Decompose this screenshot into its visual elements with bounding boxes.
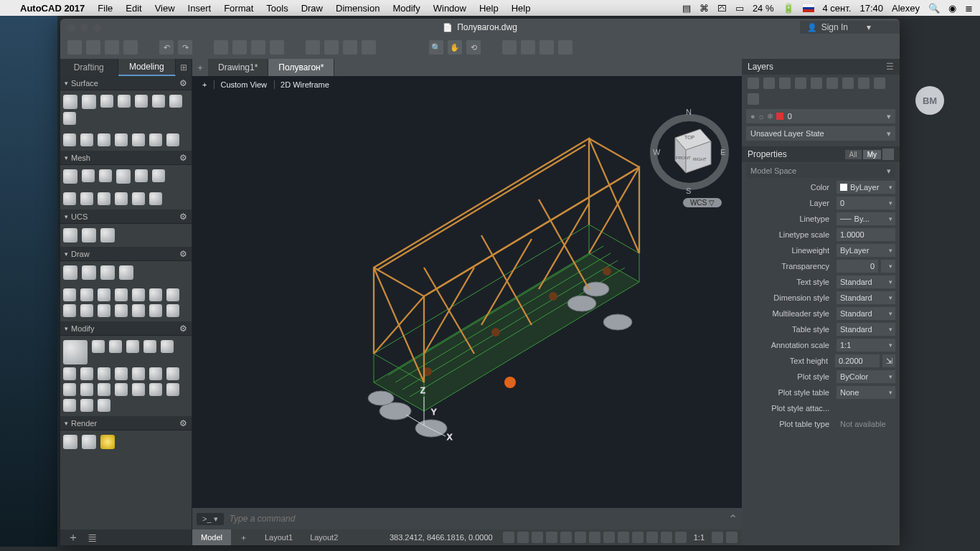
siri-icon[interactable]: ◉	[948, 3, 956, 14]
input-flag-icon[interactable]	[803, 4, 814, 12]
tool-icon[interactable]	[109, 340, 122, 353]
section-mesh[interactable]: Mesh⚙	[60, 151, 192, 165]
tool-icon[interactable]	[166, 383, 179, 396]
doc-tab-active[interactable]: Полувагон*	[268, 59, 334, 76]
tool-icon[interactable]	[132, 367, 145, 380]
copy-icon[interactable]	[324, 40, 339, 55]
menu-modify[interactable]: Modify	[392, 3, 420, 14]
open-icon[interactable]	[86, 40, 100, 55]
layer-tool-icon[interactable]	[811, 77, 822, 89]
menu-window[interactable]: Window	[433, 3, 466, 14]
tool-icon[interactable]	[63, 95, 77, 109]
tool-icon[interactable]	[63, 133, 76, 146]
tool-icon[interactable]	[115, 304, 128, 317]
tool-icon[interactable]	[98, 367, 110, 380]
pan-icon[interactable]: ✋	[448, 40, 462, 55]
tool-icon[interactable]	[149, 133, 162, 146]
layer-state-select[interactable]: Unsaved Layer State	[746, 126, 895, 141]
status-icon[interactable]	[618, 532, 629, 543]
prop-textheight[interactable]: 0.2000	[835, 354, 880, 367]
tool-icon[interactable]	[132, 192, 145, 205]
tool-icon[interactable]	[80, 192, 93, 205]
menu-file[interactable]: File	[98, 3, 113, 14]
paste-icon[interactable]	[343, 40, 357, 55]
menu-edit[interactable]: Edit	[126, 3, 141, 14]
tool-icon[interactable]	[63, 383, 76, 396]
tool-icon[interactable]	[169, 95, 182, 108]
spotlight-icon[interactable]: 🔍	[928, 3, 940, 14]
menu-dimension[interactable]: Dimension	[336, 3, 380, 14]
tool-icon[interactable]	[82, 265, 96, 280]
redo-icon[interactable]: ↷	[178, 40, 192, 55]
menu-format[interactable]: Format	[224, 3, 253, 14]
tool-icon[interactable]	[80, 288, 93, 301]
palette-grid-icon[interactable]: ⊞	[176, 59, 192, 76]
prop-annoscale[interactable]: 1:1	[837, 339, 895, 352]
tool-icon[interactable]	[80, 399, 93, 412]
tool-icon[interactable]	[149, 288, 162, 301]
new-icon[interactable]	[67, 40, 82, 55]
layer-tool-icon[interactable]	[826, 77, 838, 89]
tool-icon[interactable]	[100, 435, 115, 449]
menu-help[interactable]: Help	[479, 3, 499, 14]
gear-icon[interactable]: ⚙	[179, 212, 187, 222]
print-icon[interactable]	[214, 40, 228, 55]
tool-icon[interactable]	[82, 228, 96, 242]
menu-tools[interactable]: Tools	[266, 3, 288, 14]
prop-transparency[interactable]: 0	[837, 260, 878, 273]
tool-icon[interactable]	[115, 192, 128, 205]
cmd-history-icon[interactable]: ⌃	[728, 512, 738, 526]
window-controls[interactable]	[60, 24, 101, 32]
tool-icon[interactable]	[149, 367, 162, 380]
tool-icon[interactable]	[132, 133, 145, 146]
tool-icon[interactable]	[80, 383, 93, 396]
tool-icon[interactable]	[63, 228, 77, 242]
prop-dimstyle[interactable]: Standard	[837, 291, 895, 304]
status-icon[interactable]	[589, 532, 600, 543]
properties-header[interactable]: Properties All My	[742, 146, 900, 162]
export-icon[interactable]	[270, 40, 284, 55]
menu-view[interactable]: View	[155, 3, 175, 14]
quick-select-icon[interactable]	[882, 149, 894, 160]
match-icon[interactable]	[362, 40, 376, 55]
tool-icon[interactable]	[115, 133, 128, 146]
prop-ltscale[interactable]: 1.0000	[837, 228, 895, 241]
menu-help2[interactable]: Help	[512, 3, 531, 14]
wifi-icon[interactable]: ⮹	[717, 3, 727, 14]
tool-icon[interactable]	[166, 367, 179, 380]
tool-icon[interactable]	[98, 288, 110, 301]
status-icon[interactable]	[712, 532, 723, 543]
tab-modeling[interactable]: Modeling	[118, 59, 176, 76]
tool-icon[interactable]	[63, 288, 76, 301]
tool-icon[interactable]	[166, 133, 179, 146]
status-icon[interactable]	[726, 532, 738, 543]
gear-icon[interactable]: ⚙	[179, 249, 187, 259]
status-icon[interactable]	[517, 532, 529, 543]
tool-icon[interactable]	[100, 265, 115, 280]
tb-icon[interactable]	[540, 40, 554, 55]
menu-draw[interactable]: Draw	[301, 3, 323, 14]
status-icon[interactable]	[603, 532, 615, 543]
tool-icon[interactable]	[115, 383, 128, 396]
tool-icon[interactable]	[166, 304, 179, 317]
layer-tool-icon[interactable]	[779, 77, 791, 89]
tool-icon[interactable]	[80, 304, 93, 317]
notification-icon[interactable]: ≣	[965, 3, 973, 14]
preview-icon[interactable]	[232, 40, 247, 55]
tool-icon[interactable]	[98, 133, 110, 146]
prop-lineweight[interactable]: ByLayer	[837, 244, 895, 257]
selection-scope[interactable]: Model Space	[746, 164, 895, 178]
tool-icon[interactable]	[80, 133, 93, 146]
status-icon[interactable]	[575, 532, 586, 543]
section-render[interactable]: Render⚙	[60, 416, 192, 430]
layer-tool-icon[interactable]	[858, 77, 870, 89]
tool-icon[interactable]	[115, 367, 128, 380]
tool-icon[interactable]	[132, 383, 145, 396]
gear-icon[interactable]: ⚙	[179, 418, 187, 428]
tool-icon[interactable]	[98, 304, 110, 317]
tool-icon[interactable]	[63, 399, 76, 412]
cut-icon[interactable]	[306, 40, 320, 55]
panel-add-icon[interactable]: ＋	[67, 530, 79, 545]
layers-header[interactable]: Layers☰	[742, 59, 900, 75]
tool-icon[interactable]	[63, 169, 77, 184]
